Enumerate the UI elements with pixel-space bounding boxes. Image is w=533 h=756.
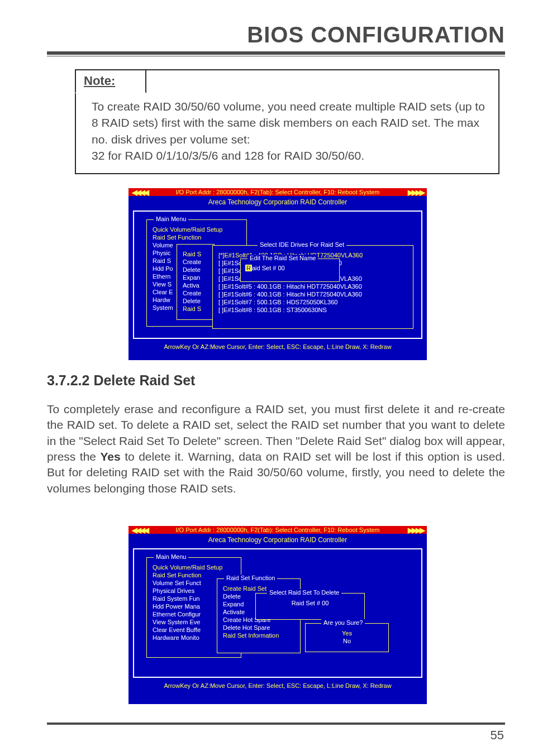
- note-body-1: To create RAID 30/50/60 volume, you need…: [92, 98, 489, 147]
- bios-panel-1: ◀◀◀◀ I/O Port Addr : 28000000h, F2(Tab):…: [129, 188, 427, 360]
- menu-item[interactable]: Delete: [183, 266, 208, 274]
- title-rule: [47, 51, 505, 55]
- edit-text: aid Set # 00: [252, 265, 285, 271]
- bios1-footer: ArrowKey Or AZ:Move Cursor, Enter: Selec…: [129, 339, 427, 353]
- cursor: R: [245, 265, 252, 271]
- bios2-topbar-text: I/O Port Addr : 28000000h, F2(Tab): Sele…: [175, 527, 379, 533]
- body-bold: Yes: [100, 450, 120, 463]
- bios2-select-title: Select Raid Set To Delete: [267, 589, 341, 596]
- bios1-topbar: ◀◀◀◀ I/O Port Addr : 28000000h, F2(Tab):…: [129, 188, 427, 196]
- bios1-edit-name[interactable]: Edit The Raid Set Name Raid Set # 00: [240, 259, 340, 282]
- arrows-right-icon: ▶▶▶▶: [408, 188, 423, 197]
- bios1-main-menu-title: Main Menu: [154, 216, 188, 222]
- bios2-main-menu-title: Main Menu: [154, 553, 188, 560]
- bios2-footer: ArrowKey Or AZ:Move Cursor, Enter: Selec…: [129, 678, 427, 692]
- bios1-select-title: Select IDE Drives For Raid Set: [258, 241, 346, 248]
- menu-item[interactable]: Quick Volume/Raid Setup: [153, 226, 241, 233]
- bios1-raidfunc[interactable]: Raid S Create Delete Expan Activa Create…: [177, 244, 215, 320]
- section-heading: 3.7.2.2 Delete Raid Set: [47, 372, 195, 389]
- bios-panel-2: ◀◀◀◀ I/O Port Addr : 28000000h, F2(Tab):…: [129, 526, 427, 704]
- drive-item[interactable]: [ ]E#1Solt#6 : 400.1GB : Hitachi HDT7250…: [218, 290, 407, 298]
- arrows-left-icon: ◀◀◀◀: [132, 188, 147, 197]
- menu-item[interactable]: Raid Set Information: [223, 631, 294, 639]
- menu-item[interactable]: Raid Set Function: [153, 233, 241, 241]
- bios1-topbar-text: I/O Port Addr : 28000000h, F2(Tab): Sele…: [175, 189, 379, 195]
- bios2-select-delete[interactable]: Select Raid Set To Delete Raid Set # 00: [255, 593, 365, 620]
- menu-item[interactable]: Delete: [183, 297, 208, 305]
- footer-rule: [47, 722, 505, 725]
- page-title: BIOS CONFIGURATION: [247, 22, 505, 47]
- bios1-inner: Main Menu Quick Volume/Raid Setup Raid S…: [133, 210, 422, 339]
- page-number: 55: [491, 728, 504, 743]
- menu-item[interactable]: Delete Hot Spare: [223, 624, 294, 631]
- bios1-edit-title: Edit The Raid Set Name: [248, 255, 318, 261]
- menu-item[interactable]: Create: [183, 289, 208, 297]
- bios2-confirm-title: Are you Sure?: [321, 619, 365, 626]
- bios1-subheader: Areca Technology Corporation RAID Contro…: [129, 196, 427, 210]
- raidset-item[interactable]: Raid Set # 00: [261, 599, 359, 607]
- confirm-yes[interactable]: Yes: [311, 629, 383, 637]
- menu-item[interactable]: Activa: [183, 281, 208, 289]
- menu-item[interactable]: Raid S: [183, 250, 208, 258]
- note-body-2: 32 for RAID 0/1/10/3/5/6 and 128 for RAI…: [92, 147, 489, 164]
- arrows-right-icon: ▶▶▶▶: [408, 526, 423, 534]
- drive-item[interactable]: [ ]E#1Solt#8 : 500.1GB : ST3500630NS: [218, 306, 407, 314]
- menu-item[interactable]: Quick Volume/Raid Setup: [153, 563, 235, 571]
- bios2-confirm[interactable]: Are you Sure? Yes No: [305, 623, 389, 652]
- menu-item[interactable]: Create: [183, 258, 208, 266]
- drive-item[interactable]: [ ]E#1Solt#5 : 400.1GB : Hitachi HDT7250…: [218, 283, 407, 290]
- menu-item[interactable]: Raid S: [183, 305, 208, 313]
- confirm-no[interactable]: No: [311, 637, 383, 645]
- bios2-inner: Main Menu Quick Volume/Raid Setup Raid S…: [133, 548, 422, 678]
- section-body: To completely erase and reconfigure a RA…: [47, 401, 505, 496]
- note-label: Note:: [75, 69, 146, 93]
- drive-item[interactable]: [ ]E#1Solt#7 : 500.1GB : HDS725050KL360: [218, 298, 407, 306]
- bios2-topbar: ◀◀◀◀ I/O Port Addr : 28000000h, F2(Tab):…: [129, 526, 427, 534]
- bios2-raidfunc-title: Raid Set Function: [224, 575, 277, 581]
- bios1-edit-value[interactable]: Raid Set # 00: [241, 259, 339, 275]
- menu-item[interactable]: Expan: [183, 274, 208, 281]
- menu-item[interactable]: Raid Set Function: [153, 571, 235, 579]
- arrows-left-icon: ◀◀◀◀: [132, 526, 147, 534]
- note-box: Note: To create RAID 30/50/60 volume, yo…: [75, 69, 499, 174]
- bios2-subheader: Areca Technology Corporation RAID Contro…: [129, 534, 427, 548]
